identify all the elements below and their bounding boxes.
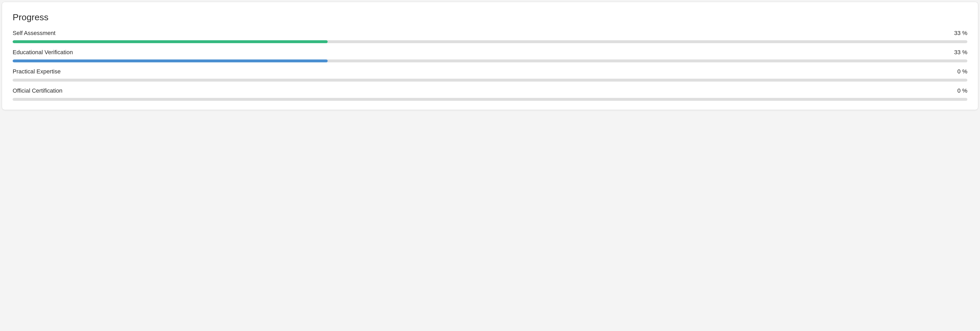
progress-card: Progress Self Assessment 33 % Educationa…: [2, 2, 978, 110]
progress-percent: 33 %: [954, 49, 967, 56]
progress-header: Practical Expertise 0 %: [13, 68, 967, 75]
progress-track: [13, 40, 967, 43]
progress-header: Educational Verification 33 %: [13, 49, 967, 56]
progress-item-self-assessment: Self Assessment 33 %: [13, 30, 967, 43]
progress-percent: 0 %: [957, 68, 967, 75]
progress-header: Official Certification 0 %: [13, 87, 967, 94]
progress-header: Self Assessment 33 %: [13, 30, 967, 36]
card-title: Progress: [13, 12, 967, 22]
progress-percent: 0 %: [957, 87, 967, 94]
progress-label: Official Certification: [13, 87, 62, 94]
progress-fill: [13, 40, 328, 43]
progress-label: Self Assessment: [13, 30, 56, 36]
progress-item-educational-verification: Educational Verification 33 %: [13, 49, 967, 62]
progress-label: Practical Expertise: [13, 68, 60, 75]
progress-track: [13, 98, 967, 101]
progress-fill: [13, 59, 328, 62]
progress-track: [13, 79, 967, 82]
progress-item-official-certification: Official Certification 0 %: [13, 87, 967, 101]
progress-track: [13, 59, 967, 62]
progress-percent: 33 %: [954, 30, 967, 36]
progress-item-practical-expertise: Practical Expertise 0 %: [13, 68, 967, 82]
progress-label: Educational Verification: [13, 49, 73, 56]
